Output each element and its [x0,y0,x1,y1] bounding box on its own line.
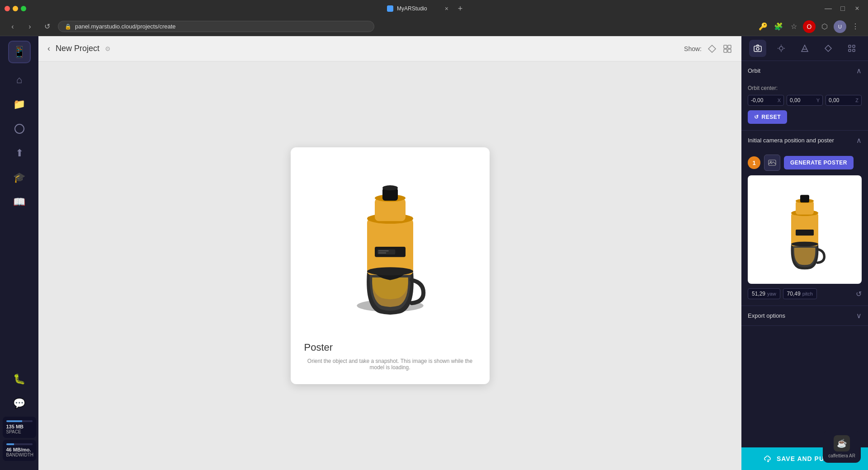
restore-btn[interactable]: □ [836,2,849,15]
tab-favicon [387,5,393,12]
z-coord-input[interactable]: 0,00 Z [826,95,862,106]
profile-extensions-btn[interactable]: ⬡ [818,20,831,33]
opera-icon: O [803,20,816,33]
x-label: X [778,98,781,103]
user-avatar[interactable]: U [834,20,846,33]
view-options-btn[interactable] [722,44,732,54]
minimize-window-btn[interactable] [13,6,18,11]
export-section-header[interactable]: Export options ∨ [741,306,868,325]
bug-icon: 🐛 [13,373,25,385]
project-title: New Project [56,44,99,53]
yaw-value: 51,29 [752,291,765,297]
upload-icon: ⬆ [15,147,24,159]
stats-space: 135 MB SPACE [3,417,36,438]
close-window-btn[interactable] [5,6,10,11]
panel-light-btn[interactable] [773,40,790,57]
orbit-section: Orbit ∧ Orbit center: -0,00 X 0,00 Y 0,0… [741,61,868,131]
pitch-label: pitch [802,291,813,296]
image-icon-btn[interactable] [764,155,780,171]
folder-icon: 📁 [13,99,25,110]
svg-rect-2 [724,49,727,52]
orbit-title: Orbit [748,67,760,74]
bandwidth-value: 46 MB/mo. [6,447,33,452]
generate-row: 1 GENERATE POSTER [748,155,862,171]
svg-rect-27 [853,49,855,52]
key-icon[interactable]: 🔑 [757,20,769,33]
bandwidth-bar [6,443,33,445]
step-badge: 1 [748,156,760,169]
back-button[interactable]: ‹ [47,44,50,53]
browser-tab[interactable]: MyARStudio × [382,2,454,15]
browser-titlebar: MyARStudio × + — □ × [0,0,868,17]
sidebar-item-bug[interactable]: 🐛 [8,368,31,390]
space-value: 135 MB [6,424,33,429]
url-display: panel.myarstudio.cloud/projects/create [75,23,176,30]
extensions-btn[interactable]: 🧩 [772,20,785,33]
floating-badge: ☕ caffettiera AR [823,431,861,463]
svg-rect-13 [378,250,388,251]
yaw-input[interactable]: 51,29 yaw [748,288,780,299]
svg-rect-12 [377,249,395,254]
sidebar-item-home[interactable]: ⌂ [8,69,31,91]
angle-row: 51,29 yaw 70,49 pitch ↺ [748,288,862,299]
new-tab-button[interactable]: + [454,2,467,15]
svg-rect-24 [849,45,851,47]
search-icon [14,124,24,134]
coords-row: -0,00 X 0,00 Y 0,00 Z [748,95,862,106]
svg-point-29 [770,161,772,163]
svg-rect-16 [754,46,761,52]
forward-nav-btn[interactable]: › [24,20,36,33]
panel-material-btn[interactable] [796,40,813,57]
x-value: -0,00 [751,97,776,103]
minimize-btn[interactable]: — [822,2,835,15]
menu-btn[interactable]: ⋮ [849,20,862,33]
preview-thumbnail [748,175,862,284]
caffettiera-label: caffettiera AR [828,453,855,458]
tab-close-btn[interactable]: × [445,5,448,12]
bandwidth-label: BANDWIDTH [6,452,33,457]
toolbar-actions: 🔑 🧩 ☆ O ⬡ U ⋮ [757,20,862,33]
panel-tag-btn[interactable] [820,40,837,57]
panel-camera-btn[interactable] [749,40,766,57]
sidebar-item-upload[interactable]: ⬆ [8,142,31,164]
sidebar-item-search[interactable] [8,118,31,140]
sidebar-item-book[interactable]: 📖 [8,191,31,213]
settings-icon[interactable]: ⚙ [105,45,111,52]
lock-icon: 🔒 [65,24,71,30]
x-coord-input[interactable]: -0,00 X [748,95,784,106]
generate-poster-button[interactable]: GENERATE POSTER [784,156,854,169]
maximize-window-btn[interactable] [21,6,26,11]
orbit-center-label: Orbit center: [748,85,862,91]
pitch-input[interactable]: 70,49 pitch [783,288,817,299]
refresh-angle-btn[interactable]: ↺ [856,290,862,298]
svg-point-15 [367,267,413,275]
camera-chevron: ∧ [856,136,862,145]
sidebar-item-chat[interactable]: 💬 [8,392,31,415]
y-value: 0,00 [790,97,815,103]
sidebar-item-learn[interactable]: 🎓 [8,166,31,189]
pitch-value: 70,49 [787,291,801,297]
browser-toolbar: ‹ › ↺ 🔒 panel.myarstudio.cloud/projects/… [0,17,868,36]
panel-settings-btn[interactable] [843,40,860,57]
address-bar[interactable]: 🔒 panel.myarstudio.cloud/projects/create [58,21,374,32]
y-coord-input[interactable]: 0,00 Y [787,95,823,106]
stats-bandwidth: 46 MB/mo. BANDWIDTH [3,440,36,461]
orbit-section-header[interactable]: Orbit ∧ [741,61,868,80]
caffettiera-icon: ☕ [834,435,850,451]
sidebar-item-folder[interactable]: 📁 [8,93,31,116]
refresh-nav-btn[interactable]: ↺ [41,20,53,33]
reset-button[interactable]: ↺ RESET [748,110,787,124]
camera-section-header[interactable]: Initial camera position and poster ∧ [741,131,868,150]
export-section: Export options ∨ [741,306,868,326]
poster-image-area [304,161,476,333]
svg-point-10 [382,185,398,190]
back-nav-btn[interactable]: ‹ [6,20,19,33]
app-header: ‹ New Project ⚙ Show: [38,36,741,61]
tag-icon-btn[interactable] [707,44,717,54]
browser-chrome: MyARStudio × + — □ × ‹ › ↺ 🔒 panel.myars… [0,0,868,36]
export-chevron: ∨ [856,311,862,320]
svg-point-36 [791,242,818,247]
close-btn[interactable]: × [851,2,863,15]
star-btn[interactable]: ☆ [788,20,800,33]
poster-description: Orient the object and take a snapshot. T… [304,358,476,371]
